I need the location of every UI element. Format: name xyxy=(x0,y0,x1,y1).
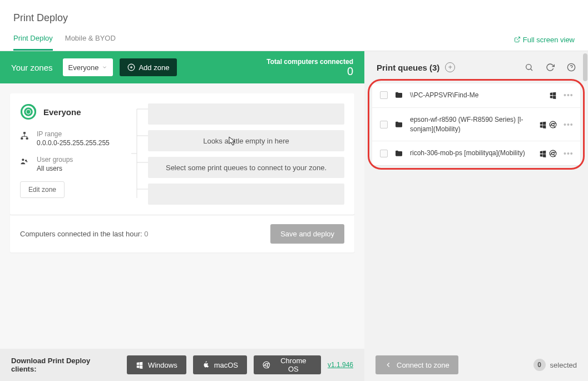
chrome-icon xyxy=(549,121,557,128)
stats-value: 0 xyxy=(266,66,353,77)
empty-message: Looks a little empty in here xyxy=(203,137,289,145)
windows-icon xyxy=(539,150,547,157)
svg-point-10 xyxy=(22,159,24,161)
macos-label: macOS xyxy=(214,361,238,369)
version-link[interactable]: v1.1.946 xyxy=(328,361,353,369)
bottom-bar: Download Print Deploy clients: Windows m… xyxy=(0,349,588,381)
more-icon[interactable]: ••• xyxy=(564,149,572,158)
connected-stats: Total computers connected 0 xyxy=(266,58,353,77)
svg-rect-7 xyxy=(23,132,26,133)
zone-card: Everyone IP range 0.0.0.0-255.255.255.25… xyxy=(10,93,354,215)
queue-row: epson-wf-r8590 (WF-R8590 Series) [l-sonj… xyxy=(372,108,580,142)
zone-select-label: Everyone xyxy=(68,63,99,72)
queue-name[interactable]: \\PC-APPSVR\Find-Me xyxy=(410,91,542,100)
queue-name[interactable]: epson-wf-r8590 (WF-R8590 Series) [l-sonj… xyxy=(410,115,532,134)
stats-label: Total computers connected xyxy=(266,58,353,66)
download-macos-button[interactable]: macOS xyxy=(193,355,247,374)
svg-point-16 xyxy=(550,121,556,128)
windows-label: Windows xyxy=(148,361,177,369)
chrome-icon xyxy=(263,361,270,369)
windows-icon xyxy=(136,361,144,369)
connect-to-zone-button[interactable]: Connect to zone xyxy=(375,355,458,374)
zone-select[interactable]: Everyone xyxy=(63,58,113,76)
folder-icon xyxy=(394,120,403,129)
save-deploy-button[interactable]: Save and deploy xyxy=(270,224,344,244)
fullscreen-label: Full screen view xyxy=(523,36,575,44)
print-queues-panel: Print queues (3) + \\PC-APPSVR\Find-Me •… xyxy=(364,51,588,349)
queue-name[interactable]: ricoh-306-mob-ps [mobilityqa](Mobility) xyxy=(410,149,532,158)
queue-slot-empty-msg[interactable]: Looks a little empty in here xyxy=(148,130,344,151)
bracket-decoration xyxy=(131,103,148,204)
target-icon xyxy=(20,103,37,120)
zones-panel: Your zones Everyone Add zone Total compu… xyxy=(0,51,364,349)
cursor-icon xyxy=(229,136,236,146)
svg-point-26 xyxy=(263,362,269,368)
folder-icon xyxy=(394,149,403,158)
help-icon[interactable] xyxy=(567,63,576,72)
add-zone-button[interactable]: Add zone xyxy=(120,58,177,76)
edit-zone-button[interactable]: Edit zone xyxy=(20,181,65,198)
queue-checkbox[interactable] xyxy=(380,91,388,99)
queue-row: ricoh-306-mob-ps [mobilityqa](Mobility) … xyxy=(372,141,580,165)
zones-header: Your zones Everyone Add zone Total compu… xyxy=(0,51,364,83)
ip-range-label: IP range xyxy=(37,130,110,138)
tab-mobile-byod[interactable]: Mobile & BYOD xyxy=(65,34,116,51)
chromeos-label: Chrome OS xyxy=(275,357,312,373)
apple-icon xyxy=(202,361,210,369)
users-icon xyxy=(20,157,29,166)
svg-point-12 xyxy=(526,65,531,70)
svg-point-11 xyxy=(25,160,27,161)
page-title: Print Deploy xyxy=(0,0,588,34)
user-groups-value: All users xyxy=(37,165,73,172)
svg-rect-8 xyxy=(21,137,23,139)
external-link-icon xyxy=(514,36,521,43)
network-icon xyxy=(20,131,29,140)
more-icon[interactable]: ••• xyxy=(564,91,572,100)
selected-label: selected xyxy=(550,361,577,369)
svg-point-21 xyxy=(550,150,556,157)
queue-slot-help[interactable]: Select some print queues to connect to y… xyxy=(148,157,344,178)
tabs-row: Print Deploy Mobile & BYOD Full screen v… xyxy=(0,34,588,51)
print-queues-title: Print queues (3) xyxy=(377,63,439,72)
zone-footer: Computers connected in the last hour: 0 … xyxy=(10,215,354,253)
download-chromeos-button[interactable]: Chrome OS xyxy=(254,355,321,374)
user-groups-label: User groups xyxy=(37,156,73,164)
svg-point-6 xyxy=(27,111,29,113)
svg-rect-9 xyxy=(26,137,28,139)
more-icon[interactable]: ••• xyxy=(564,120,572,129)
queue-slot[interactable] xyxy=(148,184,344,205)
queue-slot[interactable] xyxy=(148,103,344,125)
chevron-down-icon xyxy=(102,65,107,70)
windows-icon xyxy=(549,91,557,99)
tab-print-deploy[interactable]: Print Deploy xyxy=(13,34,53,51)
fullscreen-link[interactable]: Full screen view xyxy=(514,36,575,50)
zones-title: Your zones xyxy=(11,63,53,72)
svg-line-13 xyxy=(531,69,532,71)
windows-icon xyxy=(539,121,547,128)
queue-checkbox[interactable] xyxy=(380,121,388,128)
queue-checkbox[interactable] xyxy=(380,150,388,157)
zone-name: Everyone xyxy=(43,107,81,117)
refresh-icon[interactable] xyxy=(546,63,555,72)
connect-label: Connect to zone xyxy=(397,361,449,369)
selected-count: 0 xyxy=(533,359,546,371)
ip-range-value: 0.0.0.0-255.255.255.255 xyxy=(37,139,110,147)
queue-row: \\PC-APPSVR\Find-Me ••• xyxy=(372,83,580,108)
add-zone-label: Add zone xyxy=(139,63,169,72)
help-message: Select some print queues to connect to y… xyxy=(166,164,327,172)
download-label: Download Print Deploy clients: xyxy=(11,357,116,373)
scrollbar[interactable] xyxy=(583,53,587,81)
arrow-left-icon xyxy=(384,361,392,369)
svg-line-0 xyxy=(517,37,520,41)
connected-count: 0 xyxy=(144,230,148,238)
download-windows-button[interactable]: Windows xyxy=(127,355,186,374)
add-queue-button[interactable]: + xyxy=(445,62,455,72)
plus-circle-icon xyxy=(127,63,135,71)
folder-icon xyxy=(394,91,403,100)
footer-text: Computers connected in the last hour: 0 xyxy=(20,230,149,238)
queue-list: \\PC-APPSVR\Find-Me ••• epson-wf-r8590 (… xyxy=(372,83,580,165)
search-icon[interactable] xyxy=(525,63,533,72)
chrome-icon xyxy=(549,150,557,157)
